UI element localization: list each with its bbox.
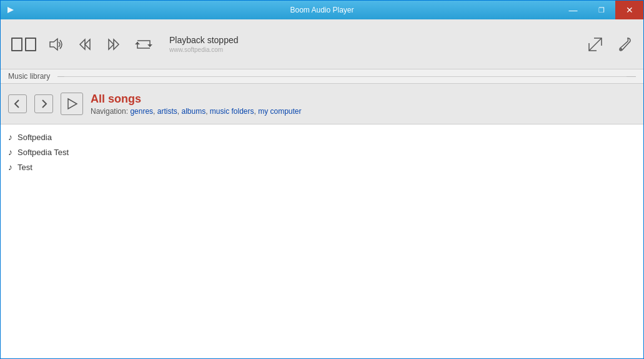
volume-icon [47, 36, 65, 53]
song-name: Softpedia [17, 133, 52, 142]
list-item[interactable]: ♪ Softpedia [8, 129, 636, 144]
toolbar-left: Playback stopped www.softpedia.com [8, 33, 239, 56]
watermark: www.softpedia.com [169, 46, 239, 53]
panel-icon [11, 38, 36, 51]
skip-forward-icon [105, 36, 122, 53]
navigation-links: Navigation: genres, artists, albums, mus… [91, 107, 302, 116]
back-arrow-icon [12, 98, 23, 109]
skip-back-icon [76, 36, 94, 53]
music-library-section: Music library [1, 69, 643, 84]
all-songs-title: All songs [91, 93, 302, 106]
music-note-icon: ♪ [8, 162, 12, 172]
svg-marker-7 [135, 42, 140, 44]
expand-button[interactable] [583, 33, 607, 56]
title-bar: Boom Audio Player — ❐ ✕ [1, 1, 643, 19]
svg-marker-5 [114, 39, 119, 49]
volume-button[interactable] [44, 33, 68, 56]
play-button[interactable] [61, 93, 83, 115]
nav-link-albums[interactable]: albums [181, 107, 206, 116]
minimize-button[interactable]: — [559, 1, 587, 19]
nav-link-my-computer[interactable]: my computer [258, 107, 301, 116]
svg-line-8 [589, 38, 602, 51]
svg-marker-0 [7, 7, 14, 13]
main-window: Boom Audio Player — ❐ ✕ [0, 0, 644, 359]
nav-bar: All songs Navigation: genres, artists, a… [1, 84, 643, 124]
toolbar: Playback stopped www.softpedia.com [1, 19, 643, 69]
panel-rect-right [25, 38, 36, 51]
panel-toggle-button[interactable] [8, 34, 39, 54]
panel-rect-left [11, 38, 22, 51]
song-name: Test [17, 163, 32, 172]
svg-marker-2 [80, 39, 85, 49]
music-library-label: Music library [8, 72, 50, 81]
svg-marker-10 [68, 99, 77, 109]
toolbar-right [583, 33, 636, 56]
list-item[interactable]: ♪ Softpedia Test [8, 144, 636, 159]
nav-content: All songs Navigation: genres, artists, a… [91, 93, 302, 116]
forward-arrow-icon [38, 98, 49, 109]
restore-button[interactable]: ❐ [587, 1, 615, 19]
nav-link-container: genres, artists, albums, music folders, … [130, 107, 301, 116]
music-note-icon: ♪ [8, 132, 12, 142]
svg-point-9 [620, 48, 622, 50]
expand-icon [587, 36, 604, 53]
nav-link-artists[interactable]: artists [157, 107, 177, 116]
title-bar-controls: — ❐ ✕ [559, 1, 643, 19]
app-icon [6, 5, 16, 15]
nav-link-music-folders[interactable]: music folders [210, 107, 254, 116]
repeat-icon [134, 36, 154, 53]
window-title: Boom Audio Player [290, 6, 354, 14]
play-icon [66, 98, 78, 110]
wrench-icon [618, 36, 633, 53]
playback-info: Playback stopped www.softpedia.com [169, 35, 239, 53]
svg-marker-4 [109, 39, 114, 49]
nav-link-genres[interactable]: genres [130, 107, 153, 116]
navigation-prefix: Navigation: [91, 107, 128, 116]
music-note-icon: ♪ [8, 147, 12, 157]
title-bar-left [6, 5, 16, 15]
content-area: ♪ Softpedia ♪ Softpedia Test ♪ Test [1, 124, 643, 358]
skip-forward-button[interactable] [102, 33, 126, 56]
forward-button[interactable] [34, 94, 53, 113]
svg-marker-6 [147, 44, 152, 47]
svg-marker-1 [50, 39, 57, 50]
song-name: Softpedia Test [17, 148, 69, 157]
back-button[interactable] [8, 94, 27, 113]
settings-button[interactable] [615, 33, 636, 56]
close-button[interactable]: ✕ [615, 1, 643, 19]
list-item[interactable]: ♪ Test [8, 159, 636, 174]
playback-status: Playback stopped [169, 35, 239, 45]
svg-marker-3 [85, 39, 90, 49]
skip-back-button[interactable] [73, 33, 97, 56]
repeat-button[interactable] [131, 33, 157, 56]
